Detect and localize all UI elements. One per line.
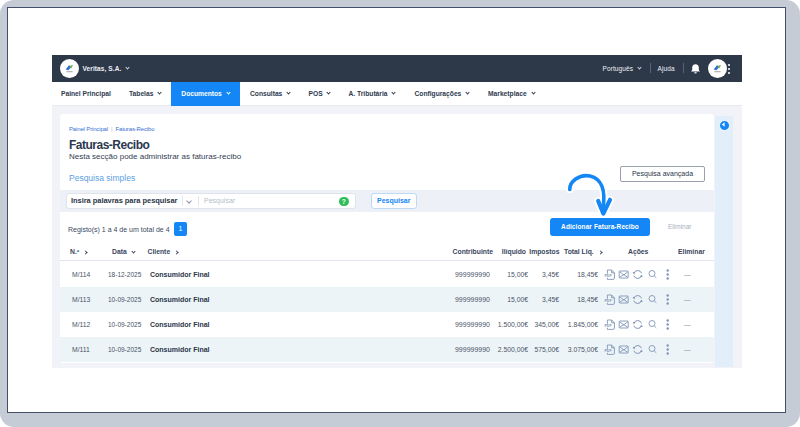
- svg-text:PDF: PDF: [604, 299, 612, 303]
- svg-text:PDF: PDF: [604, 349, 612, 353]
- svg-text:PDF: PDF: [604, 274, 612, 278]
- svg-text:PDF: PDF: [604, 324, 612, 328]
